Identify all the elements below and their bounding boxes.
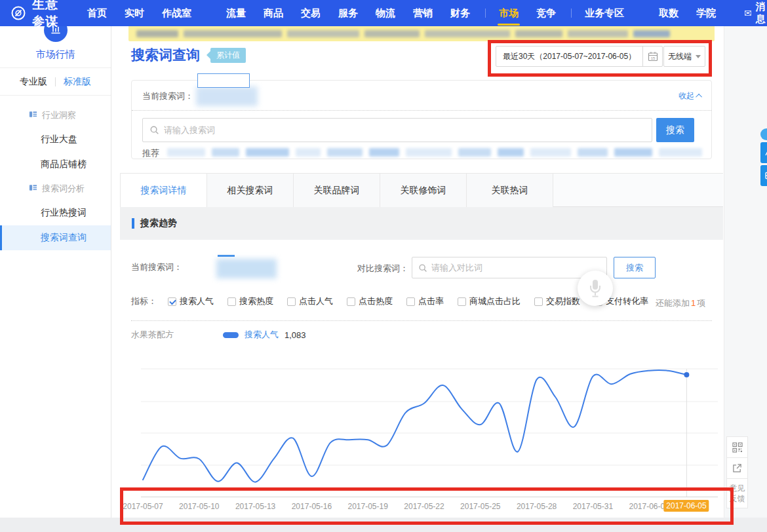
checkbox-icon[interactable] (287, 297, 296, 306)
legend-series-marker[interactable] (223, 332, 239, 338)
blurred-recommend-word[interactable] (246, 148, 289, 157)
date-range-label: 最近30天（2017-05-07~2017-06-05） (496, 47, 642, 66)
tab[interactable]: 关联修饰词 (380, 174, 467, 208)
nav-item[interactable]: 首页 (87, 0, 107, 26)
nav-item[interactable]: 学院 (696, 0, 716, 26)
blurred-recommend-word[interactable] (369, 148, 399, 157)
share-button[interactable] (727, 458, 747, 479)
nav-item[interactable]: 取数 (659, 0, 678, 26)
last-point-marker[interactable] (684, 372, 689, 377)
promo-widget-icon[interactable] (760, 165, 767, 186)
nav-item[interactable]: 营销 (413, 0, 433, 26)
axis-tick-label: 2017-05-25 (460, 502, 500, 511)
checkbox-icon[interactable] (534, 297, 543, 306)
tab[interactable]: 关联品牌词 (294, 174, 380, 208)
metric-checkbox-item[interactable]: 点击率 (406, 295, 444, 307)
metric-checkbox-item[interactable]: 搜索热度 (227, 295, 273, 307)
checkbox-icon[interactable] (406, 297, 415, 306)
terminal-label: 无线端 (668, 51, 692, 62)
promo-widget-icon[interactable] (760, 142, 767, 163)
sidebar-item[interactable]: 商品店铺榜 (0, 152, 111, 177)
promo-widget[interactable] (754, 128, 767, 186)
nav-message[interactable]: ✉ 消息 (744, 1, 767, 26)
tab[interactable]: 关联热词 (467, 174, 553, 208)
blurred-recommend-word[interactable] (212, 148, 239, 157)
compare-search-button[interactable]: 搜索 (614, 257, 656, 278)
tab[interactable]: 相关搜索词 (207, 174, 294, 208)
trend-chart[interactable] (141, 359, 718, 498)
blurred-recommend-word[interactable] (614, 148, 652, 157)
nav-item[interactable]: 财务 (450, 0, 470, 26)
nav-item[interactable]: 实时 (125, 0, 144, 26)
calendar-icon[interactable]: 15 (642, 47, 662, 66)
nav-item[interactable]: 交易 (301, 0, 321, 26)
nav-item[interactable]: 市场 (499, 0, 519, 26)
metric-checkbox-item[interactable]: 点击人气 (287, 295, 333, 307)
checkbox-icon[interactable] (227, 297, 236, 306)
blurred-recommend-word[interactable] (530, 148, 571, 157)
blurred-text (515, 30, 562, 37)
blurred-recommend-word[interactable] (659, 148, 702, 157)
compare-input[interactable] (431, 263, 600, 273)
trend-current-word-label: 当前搜索词： (131, 261, 182, 273)
terminal-dropdown[interactable]: 无线端 (663, 46, 705, 67)
checkbox-icon[interactable] (347, 297, 355, 306)
microphone-fab[interactable] (578, 271, 613, 306)
dotted-divider (132, 110, 711, 111)
feedback-button[interactable]: 意见反馈 (727, 479, 747, 508)
metric-checkbox-item[interactable]: 商城点击占比 (458, 295, 521, 307)
recommend-label: 推荐 (142, 147, 159, 159)
collapse-label: 收起 (678, 90, 694, 102)
metric-label: 点击热度 (359, 295, 393, 307)
nav-item[interactable]: 作战室 (162, 0, 191, 26)
recommend-words-blurred[interactable] (167, 148, 709, 159)
metrics-row: 指标： 搜索人气搜索热度点击人气点击热度点击率商城点击占比交易指数支付转化率 (131, 295, 648, 307)
blurred-recommend-word[interactable] (578, 148, 608, 157)
nav-item[interactable]: 物流 (376, 0, 395, 26)
checkbox-icon[interactable] (168, 297, 176, 306)
tab[interactable]: 搜索词详情 (121, 174, 207, 208)
date-range-selector[interactable]: 最近30天（2017-05-07~2017-06-05） 15 (496, 46, 663, 67)
version-current[interactable]: 专业版 (20, 76, 47, 88)
notice-banner[interactable] (128, 26, 715, 41)
search-icon (418, 263, 427, 273)
search-input[interactable] (164, 125, 645, 135)
blurred-recommend-word[interactable] (498, 148, 524, 157)
nav-item[interactable]: 流量 (226, 0, 246, 26)
current-word-label: 当前搜索词： (142, 90, 193, 102)
blurred-recommend-word[interactable] (406, 148, 452, 157)
blurred-recommend-word[interactable] (296, 148, 321, 157)
version-switch[interactable]: 标准版 (64, 76, 91, 88)
metric-label: 点击人气 (299, 295, 333, 307)
nav-item[interactable]: 业务专区 (585, 0, 624, 26)
sidebar-item[interactable]: 行业热搜词 (0, 200, 111, 225)
legend-metric-name[interactable]: 搜索人气 (245, 329, 279, 341)
checkbox-icon[interactable] (458, 297, 466, 306)
blurred-text (568, 30, 628, 37)
metric-checkbox-item[interactable]: 点击热度 (347, 295, 393, 307)
section-accent-bar (132, 218, 134, 229)
sidebar-item[interactable]: 行业大盘 (0, 127, 111, 152)
legend-metric-value: 1,083 (285, 330, 306, 340)
metric-label: 搜索人气 (180, 295, 214, 307)
brand[interactable]: 生意参谋 (10, 0, 65, 30)
collapse-toggle[interactable]: 收起 (678, 90, 702, 102)
category-icon (29, 183, 37, 194)
metric-checkbox-item[interactable]: 交易指数 (534, 295, 580, 307)
search-button[interactable]: 搜索 (656, 118, 694, 142)
dotted-divider (131, 320, 712, 321)
blurred-recommend-word[interactable] (327, 148, 363, 157)
current-word-chip[interactable] (197, 73, 250, 88)
qrcode-button[interactable] (727, 437, 747, 458)
metric-label: 搜索热度 (239, 295, 273, 307)
metric-checkbox-item[interactable]: 搜索人气 (168, 295, 214, 307)
page: 生意参谋 首页实时作战室流量商品交易服务物流营销财务市场竞争业务专区取数学院 ✉… (0, 0, 767, 532)
recommend-row: 推荐 (142, 147, 709, 159)
blurred-recommend-word[interactable] (458, 148, 491, 157)
nav-item[interactable]: 商品 (264, 0, 283, 26)
sidebar-item[interactable]: 搜索词查询 (0, 225, 111, 250)
blurred-recommend-word[interactable] (167, 148, 205, 157)
nav-item[interactable]: 竞争 (536, 0, 556, 26)
nav-item[interactable]: 服务 (338, 0, 358, 26)
sidebar: 市场行情 专业版 标准版 行业洞察行业大盘商品店铺榜搜索词分析行业热搜词搜索词查… (0, 26, 111, 518)
